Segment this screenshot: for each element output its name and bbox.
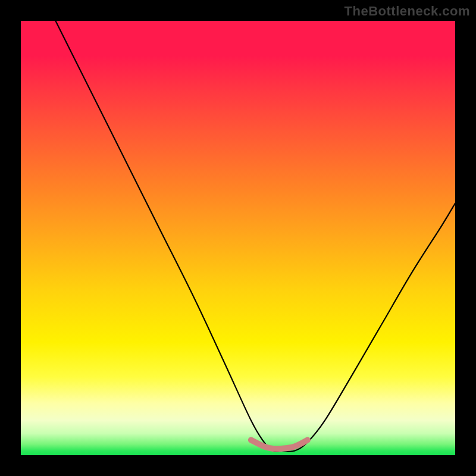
plot-area bbox=[21, 21, 455, 455]
watermark-text: TheBottleneck.com bbox=[345, 4, 470, 19]
chart-svg bbox=[21, 21, 455, 455]
main-curve bbox=[55, 21, 455, 452]
chart-frame: TheBottleneck.com bbox=[0, 0, 476, 476]
highlight-band bbox=[251, 440, 308, 449]
